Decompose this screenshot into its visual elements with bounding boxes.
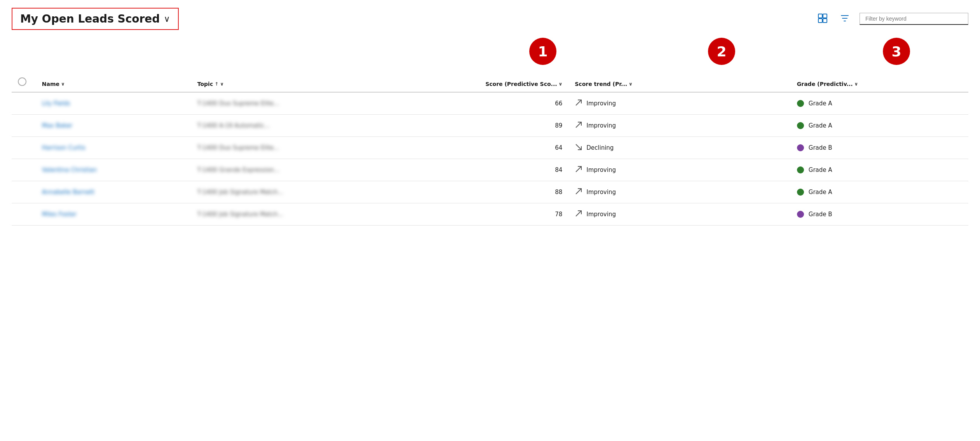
grade-cell-content: Grade B (797, 144, 962, 151)
row-name-cell[interactable]: Harrison Curtis (36, 137, 191, 159)
filter-input-wrapper[interactable] (860, 13, 968, 25)
header: My Open Leads Scored ∨ (12, 8, 968, 34)
th-score[interactable]: Score (Predictive Sco... ∨ (391, 73, 568, 92)
row-name-cell[interactable]: Annabelle Barnett (36, 181, 191, 203)
grade-dot-icon (797, 189, 804, 196)
row-checkbox-cell (12, 181, 36, 203)
trend-label: Improving (586, 189, 616, 196)
row-trend-cell: Improving (568, 92, 790, 115)
name-sort-icon: ∨ (61, 81, 65, 87)
grade-dot-icon (797, 166, 804, 173)
th-trend[interactable]: Score trend (Pr... ∨ (568, 73, 790, 92)
grade-label: Grade B (809, 144, 832, 151)
row-topic-cell: T-1400 Job Signature Match... (191, 203, 391, 226)
trend-cell-content: Improving (575, 99, 784, 108)
row-grade-cell: Grade A (791, 181, 968, 203)
row-name-cell[interactable]: Miles Foster (36, 203, 191, 226)
table-header-row: Name ∨ Topic ↑ ∨ Score (Predictive (12, 73, 968, 92)
row-trend-cell: Improving (568, 115, 790, 137)
row-checkbox-cell (12, 203, 36, 226)
row-grade-cell: Grade A (791, 115, 968, 137)
row-trend-cell: Declining (568, 137, 790, 159)
improving-arrow-icon (575, 165, 582, 175)
row-score-cell: 84 (391, 159, 568, 181)
improving-arrow-icon (575, 210, 582, 219)
select-all-checkbox[interactable] (18, 77, 26, 86)
lead-name-link[interactable]: Max Baker (42, 122, 73, 129)
row-name-cell[interactable]: Valentina Christian (36, 159, 191, 181)
table-row: Miles FosterT-1400 Job Signature Match..… (12, 203, 968, 226)
trend-label: Improving (586, 166, 616, 173)
grade-label: Grade B (809, 211, 832, 218)
grade-cell-content: Grade A (797, 100, 962, 107)
title-area: My Open Leads Scored ∨ (12, 8, 179, 30)
row-topic-cell: T-1400 Grande Expression... (191, 159, 391, 181)
page-title: My Open Leads Scored (20, 12, 160, 25)
trend-label: Improving (586, 122, 616, 129)
row-checkbox-cell (12, 137, 36, 159)
row-checkbox-cell (12, 159, 36, 181)
grade-dot-icon (797, 144, 804, 151)
grade-cell-content: Grade A (797, 166, 962, 173)
lead-name-link[interactable]: Valentina Christian (42, 166, 97, 173)
lead-score: 64 (397, 144, 562, 151)
th-checkbox[interactable] (12, 73, 36, 92)
th-grade[interactable]: Grade (Predictiv... ∨ (791, 73, 968, 92)
row-topic-cell: T-1400 A-19 Automatic... (191, 115, 391, 137)
header-actions (815, 11, 968, 27)
improving-arrow-icon (575, 121, 582, 130)
trend-cell-content: Declining (575, 143, 784, 152)
svg-rect-3 (823, 19, 827, 23)
row-grade-cell: Grade A (791, 92, 968, 115)
svg-line-7 (576, 166, 581, 172)
grade-dot-icon (797, 211, 804, 218)
trend-label: Declining (586, 144, 614, 151)
trend-label: Improving (586, 100, 616, 107)
row-checkbox-cell (12, 92, 36, 115)
lead-name-link[interactable]: Lily Fields (42, 100, 70, 107)
row-grade-cell: Grade B (791, 137, 968, 159)
lead-topic: T-1400 Job Signature Match... (197, 211, 283, 218)
edit-columns-icon[interactable] (815, 11, 830, 27)
row-name-cell[interactable]: Lily Fields (36, 92, 191, 115)
trend-label: Improving (586, 211, 616, 218)
row-trend-cell: Improving (568, 181, 790, 203)
svg-line-9 (576, 211, 581, 216)
lead-name-link[interactable]: Miles Foster (42, 211, 77, 218)
page-container: My Open Leads Scored ∨ (0, 0, 980, 441)
topic-sort-up-icon: ↑ (214, 81, 218, 87)
filter-icon[interactable] (838, 11, 852, 27)
grade-label: Grade A (809, 189, 832, 196)
svg-rect-2 (818, 19, 822, 23)
lead-name-link[interactable]: Annabelle Barnett (42, 189, 94, 196)
row-trend-cell: Improving (568, 203, 790, 226)
lead-score: 89 (397, 122, 562, 129)
lead-name-link[interactable]: Harrison Curtis (42, 144, 85, 151)
annotation-bubbles-row: 1 2 3 (12, 38, 968, 73)
trend-cell-content: Improving (575, 121, 784, 130)
annotation-bubble-2: 2 (708, 38, 735, 65)
lead-topic: T-1400 Job Signature Match... (197, 189, 283, 196)
svg-rect-1 (823, 14, 827, 18)
lead-score: 88 (397, 189, 562, 196)
th-name[interactable]: Name ∨ (36, 73, 191, 92)
svg-line-6 (576, 144, 581, 150)
grade-cell-content: Grade A (797, 122, 962, 129)
improving-arrow-icon (575, 187, 582, 197)
row-score-cell: 66 (391, 92, 568, 115)
grade-cell-content: Grade B (797, 211, 962, 218)
grade-label: Grade A (809, 166, 832, 173)
lead-score: 66 (397, 100, 562, 107)
row-name-cell[interactable]: Max Baker (36, 115, 191, 137)
title-box[interactable]: My Open Leads Scored ∨ (12, 8, 179, 30)
trend-sort-icon: ∨ (629, 81, 633, 87)
filter-input[interactable] (865, 16, 963, 22)
lead-score: 78 (397, 211, 562, 218)
row-score-cell: 89 (391, 115, 568, 137)
grade-dot-icon (797, 100, 804, 107)
row-checkbox-cell (12, 115, 36, 137)
th-topic[interactable]: Topic ↑ ∨ (191, 73, 391, 92)
leads-table: Name ∨ Topic ↑ ∨ Score (Predictive (12, 73, 968, 226)
row-grade-cell: Grade B (791, 203, 968, 226)
lead-topic: T-1400 Duo Supreme Elite... (197, 144, 279, 151)
